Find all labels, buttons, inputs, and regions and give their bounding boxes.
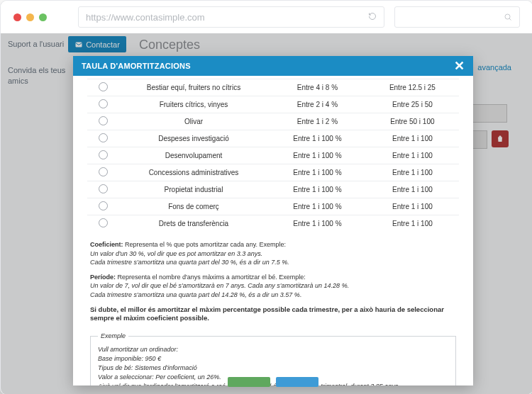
reload-icon[interactable] — [368, 12, 377, 23]
row-periode: Entre 1 i 100 — [366, 130, 459, 147]
table-row[interactable]: Drets de transferènciaEntre 1 i 100 %Ent… — [87, 215, 459, 232]
row-coef: Entre 1 i 100 % — [269, 215, 366, 232]
modal-footer-buttons — [228, 377, 318, 385]
coef-example-2: Cada trimestre s'amortitza una quarta pa… — [90, 259, 289, 266]
radio-icon[interactable] — [99, 116, 108, 125]
radio-icon[interactable] — [99, 218, 108, 227]
row-periode: Entre 12.5 i 25 — [366, 79, 459, 96]
final-note: Si dubte, el millor és amortitzar el màx… — [90, 305, 456, 324]
svg-point-0 — [505, 14, 510, 19]
row-name: Desenvolupament — [118, 147, 269, 164]
row-periode: Entre 1 i 100 — [366, 198, 459, 215]
example-line-1: Vull amortitzar un ordinador: — [98, 345, 448, 354]
row-periode: Entre 50 i 100 — [366, 113, 459, 130]
row-name: Drets de transferència — [118, 215, 269, 232]
period-desc: Representa el nombre d'anys màxims a amo… — [118, 274, 306, 281]
radio-icon[interactable] — [99, 133, 108, 142]
row-name: Despeses investigació — [118, 130, 269, 147]
radio-icon[interactable] — [99, 184, 108, 193]
row-name: Fruiters cítrics, vinyes — [118, 96, 269, 113]
radio-icon[interactable] — [99, 150, 108, 159]
close-window-dot[interactable] — [13, 13, 21, 21]
close-icon[interactable]: ✕ — [454, 60, 465, 72]
accept-button[interactable] — [228, 377, 270, 385]
amortization-modal: TAULA D'AMORTITZACIONS ✕ Bestiar equí, f… — [73, 56, 473, 385]
period-example-1: Un valor de 7, vol dir que el bé s'amort… — [90, 282, 349, 289]
example-legend: Exemple — [98, 332, 128, 341]
table-row[interactable]: Fruiters cítrics, vinyesEntre 2 i 4 %Ent… — [87, 96, 459, 113]
periode-explanation: Període: Representa el nombre d'anys màx… — [90, 273, 456, 300]
row-periode: Entre 1 i 100 — [366, 181, 459, 198]
radio-icon[interactable] — [99, 167, 108, 176]
amortization-table: Bestiar equí, fruiters no cítricsEntre 4… — [87, 79, 459, 232]
modal-title: TAULA D'AMORTITZACIONS — [82, 62, 191, 70]
radio-icon[interactable] — [99, 99, 108, 108]
row-coef: Entre 1 i 100 % — [269, 181, 366, 198]
row-periode: Entre 1 i 100 — [366, 164, 459, 181]
window-controls[interactable] — [13, 13, 47, 21]
radio-icon[interactable] — [99, 82, 108, 91]
coef-label: Coeficient: — [90, 241, 123, 248]
example-line-3: Tipus de bé: Sistemes d'informació — [98, 364, 448, 373]
table-row[interactable]: Fons de comerçEntre 1 i 100 %Entre 1 i 1… — [87, 198, 459, 215]
row-periode: Entre 1 i 100 — [366, 215, 459, 232]
table-row[interactable]: Bestiar equí, fruiters no cítricsEntre 4… — [87, 79, 459, 96]
row-name: Bestiar equí, fruiters no cítrics — [118, 79, 269, 96]
row-name: Concessions administratives — [118, 164, 269, 181]
radio-icon[interactable] — [99, 201, 108, 210]
maximize-window-dot[interactable] — [39, 13, 47, 21]
table-row[interactable]: Concessions administrativesEntre 1 i 100… — [87, 164, 459, 181]
url-text: https://www.contasimple.com — [86, 12, 205, 23]
row-coef: Entre 1 i 100 % — [269, 130, 366, 147]
table-row[interactable]: Propietat industrialEntre 1 i 100 %Entre… — [87, 181, 459, 198]
coeficient-explanation: Coeficient: Representa el % que pots amo… — [90, 240, 456, 267]
minimize-window-dot[interactable] — [26, 13, 34, 21]
row-coef: Entre 1 i 100 % — [269, 198, 366, 215]
row-coef: Entre 1 i 100 % — [269, 164, 366, 181]
secondary-button[interactable] — [276, 377, 318, 385]
row-coef: Entre 1 i 2 % — [269, 113, 366, 130]
row-name: Fons de comerç — [118, 198, 269, 215]
modal-header: TAULA D'AMORTITZACIONS ✕ — [73, 56, 473, 76]
modal-body: Bestiar equí, fruiters no cítricsEntre 4… — [73, 76, 473, 385]
row-coef: Entre 1 i 100 % — [269, 147, 366, 164]
period-example-2: Cada trimestre s'amortitza una quarta pa… — [90, 291, 301, 298]
coef-example-1: Un valor d'un 30 %, vol dir que es pot a… — [90, 250, 262, 257]
coef-desc: Representa el % que pots amortitzar cada… — [125, 241, 286, 248]
browser-chrome: https://www.contasimple.com — [1, 1, 532, 34]
row-coef: Entre 2 i 4 % — [269, 96, 366, 113]
browser-search-box[interactable] — [394, 6, 520, 28]
table-row[interactable]: OlivarEntre 1 i 2 %Entre 50 i 100 — [87, 113, 459, 130]
url-bar[interactable]: https://www.contasimple.com — [78, 6, 384, 28]
search-icon — [504, 13, 512, 21]
row-periode: Entre 1 i 100 — [366, 147, 459, 164]
period-label: Període: — [90, 274, 116, 281]
row-coef: Entre 4 i 8 % — [269, 79, 366, 96]
table-row[interactable]: DesenvolupamentEntre 1 i 100 %Entre 1 i … — [87, 147, 459, 164]
row-periode: Entre 25 i 50 — [366, 96, 459, 113]
row-name: Propietat industrial — [118, 181, 269, 198]
example-line-2: Base imponible: 950 € — [98, 354, 448, 364]
table-row[interactable]: Despeses investigacióEntre 1 i 100 %Entr… — [87, 130, 459, 147]
row-name: Olivar — [118, 113, 269, 130]
